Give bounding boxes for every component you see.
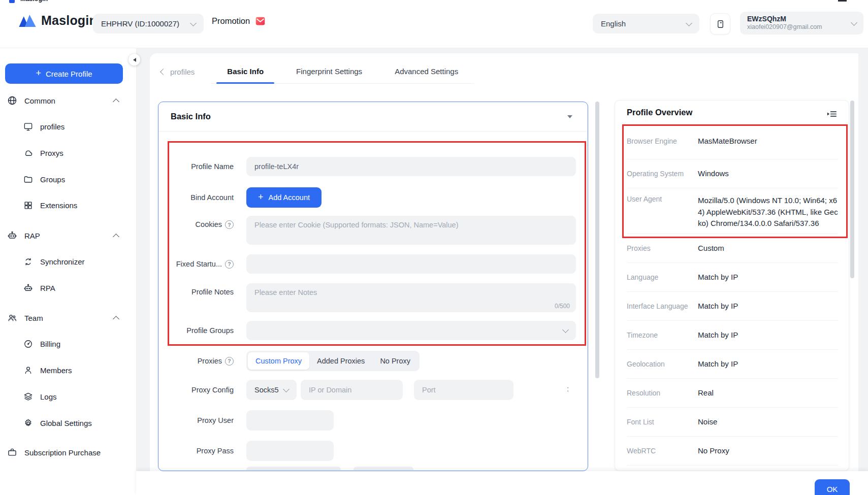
user-name: EWzSQhzM bbox=[747, 15, 822, 24]
profile-groups-label: Profile Groups bbox=[171, 321, 234, 340]
sync-icon bbox=[23, 257, 33, 267]
fixed-startup-help-icon[interactable] bbox=[225, 260, 234, 269]
window-titlebar: Maslogin bbox=[7, 0, 119, 4]
cutoff-control bbox=[353, 467, 413, 470]
tab-fingerprint-settings[interactable]: Fingerprint Settings bbox=[285, 60, 373, 83]
footer-bar: OK bbox=[136, 471, 868, 495]
overview-row-font-list: Font List Noise bbox=[627, 408, 838, 437]
bind-account-row: Bind Account + Add Account bbox=[158, 187, 588, 208]
monitor-icon bbox=[23, 122, 33, 131]
tab-bar: profiles Basic Info Fingerprint Settings… bbox=[158, 60, 474, 83]
globe-icon bbox=[7, 95, 17, 106]
proxy-port-input[interactable] bbox=[414, 380, 513, 400]
app-root: Maslogin Maslogin EHPHRV (ID:1000027) Pr… bbox=[0, 0, 868, 495]
proxy-user-input[interactable] bbox=[246, 410, 334, 431]
sidebar-item-proxys[interactable]: Proxys bbox=[0, 144, 136, 162]
sidebar-item-team[interactable]: Team bbox=[0, 309, 136, 327]
proxy-protocol-select[interactable]: Socks5 bbox=[246, 380, 297, 400]
briefcase-icon bbox=[7, 447, 17, 457]
person-icon bbox=[23, 366, 33, 375]
tab-advanced-settings[interactable]: Advanced Settings bbox=[384, 60, 469, 83]
sidebar-item-synchronizer[interactable]: Synchronizer bbox=[0, 252, 136, 271]
proxy-user-row: Proxy User bbox=[158, 410, 588, 431]
caret-down-icon[interactable] bbox=[567, 115, 572, 118]
sidebar-item-extensions[interactable]: Extensions bbox=[0, 196, 136, 214]
profile-name-row: Profile Name bbox=[158, 157, 588, 176]
promotion-mail-icon bbox=[255, 16, 266, 26]
fixed-startup-input[interactable] bbox=[246, 254, 576, 274]
main-scrollbar-thumb[interactable] bbox=[595, 102, 599, 378]
docs-button[interactable] bbox=[710, 13, 730, 35]
robot-icon bbox=[7, 230, 17, 241]
chevron-down-icon bbox=[851, 19, 857, 26]
workspace-selector[interactable]: EHPHRV (ID:1000027) bbox=[93, 14, 204, 34]
profile-overview-panel: Profile Overview Browser Engine MasMateB… bbox=[615, 100, 849, 471]
proxy-user-label: Proxy User bbox=[171, 410, 234, 431]
layers-icon bbox=[23, 392, 33, 402]
promotion-link[interactable]: Promotion bbox=[212, 16, 266, 26]
sidebar-item-subscription-purchase[interactable]: Subscription Purchase bbox=[0, 443, 136, 461]
promotion-label: Promotion bbox=[212, 16, 250, 26]
overview-row-resolution: Resolution Real bbox=[627, 379, 838, 408]
sidebar-item-global-settings[interactable]: Global Settings bbox=[0, 414, 136, 432]
sidebar-item-rap[interactable]: RAP bbox=[0, 226, 136, 245]
workspace-label: EHPHRV (ID:1000027) bbox=[101, 19, 179, 28]
back-to-profiles-link[interactable]: profiles bbox=[158, 68, 198, 76]
window-title: Maslogin bbox=[20, 0, 48, 3]
overview-title: Profile Overview bbox=[627, 108, 692, 117]
sidebar-item-logs[interactable]: Logs bbox=[0, 387, 136, 406]
overview-collapse-icon[interactable] bbox=[827, 110, 837, 120]
sidebar-collapse-button[interactable] bbox=[128, 54, 140, 65]
ok-button[interactable]: OK bbox=[815, 479, 850, 495]
proxy-config-label: Proxy Config bbox=[171, 380, 234, 400]
cookies-help-icon[interactable] bbox=[225, 220, 234, 229]
profile-notes-textarea[interactable] bbox=[246, 283, 576, 312]
sidebar-item-members[interactable]: Members bbox=[0, 361, 136, 379]
sidebar-item-common[interactable]: Common bbox=[0, 91, 136, 110]
fixed-startup-row: Fixed Startu... bbox=[158, 254, 588, 274]
profile-name-label: Profile Name bbox=[171, 157, 234, 176]
sidebar-item-billing[interactable]: Billing bbox=[0, 335, 136, 353]
create-profile-button[interactable]: + Create Profile bbox=[5, 63, 123, 84]
plus-icon: + bbox=[258, 192, 264, 202]
chevron-up-icon bbox=[113, 316, 119, 322]
proxy-type-no-proxy[interactable]: No Proxy bbox=[372, 352, 418, 370]
cookies-row: Cookies bbox=[158, 216, 588, 245]
chevron-up-icon bbox=[113, 234, 119, 240]
proxy-type-added-proxies[interactable]: Added Proxies bbox=[309, 352, 372, 370]
profile-groups-select[interactable] bbox=[246, 321, 576, 340]
profile-notes-label: Profile Notes bbox=[171, 283, 234, 312]
basic-info-panel-header[interactable]: Basic Info bbox=[158, 102, 588, 131]
chevron-down-icon bbox=[562, 326, 569, 333]
proxies-label: Proxies bbox=[171, 351, 234, 371]
overview-row-timezone: Timezone Match by IP bbox=[627, 321, 838, 350]
profile-name-input[interactable] bbox=[246, 157, 576, 176]
add-account-button[interactable]: + Add Account bbox=[246, 187, 322, 208]
user-info: EWzSQhzM xiaofei020907@gmail.com bbox=[747, 15, 822, 31]
overview-row-browser-engine: Browser Engine MasMateBrowser bbox=[627, 123, 838, 159]
team-icon bbox=[7, 313, 17, 323]
overview-scrollbar-thumb[interactable] bbox=[850, 101, 854, 278]
cutoff-control bbox=[246, 467, 341, 470]
chevron-down-icon bbox=[283, 386, 290, 392]
proxy-type-segmented-control: Custom Proxy Added Proxies No Proxy bbox=[246, 351, 420, 371]
cookies-textarea[interactable] bbox=[246, 216, 576, 245]
sidebar-item-profiles[interactable]: profiles bbox=[0, 117, 136, 136]
sidebar-item-groups[interactable]: Groups bbox=[0, 170, 136, 188]
overview-row-webrtc: WebRTC No Proxy bbox=[627, 437, 838, 466]
language-selector[interactable]: English bbox=[593, 14, 699, 34]
proxy-ip-input[interactable] bbox=[301, 380, 403, 400]
proxy-pass-input[interactable] bbox=[246, 441, 334, 461]
proxies-help-icon[interactable] bbox=[225, 357, 234, 366]
bind-account-label: Bind Account bbox=[171, 187, 234, 208]
proxy-type-custom-proxy[interactable]: Custom Proxy bbox=[248, 352, 309, 370]
proxies-row: Proxies Custom Proxy Added Proxies No Pr… bbox=[158, 351, 588, 371]
top-header: Maslogin Maslogin EHPHRV (ID:1000027) Pr… bbox=[0, 0, 868, 48]
window-minimize-icon[interactable] bbox=[838, 0, 847, 2]
basic-info-panel: Basic Info Profile Name Bind Account + A… bbox=[158, 102, 588, 471]
sidebar-item-rpa[interactable]: RPA bbox=[0, 279, 136, 297]
fixed-startup-label: Fixed Startu... bbox=[171, 254, 234, 274]
plus-icon: + bbox=[36, 69, 41, 78]
user-account-menu[interactable]: EWzSQhzM xiaofei020907@gmail.com bbox=[740, 12, 863, 35]
tab-basic-info[interactable]: Basic Info bbox=[216, 60, 274, 83]
